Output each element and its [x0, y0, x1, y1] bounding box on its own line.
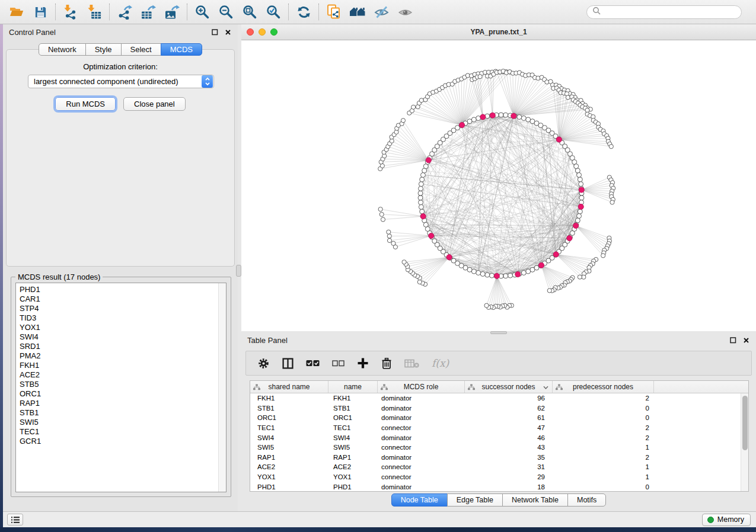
mcds-result-item[interactable]: GCR1	[16, 437, 218, 446]
network-canvas[interactable]	[241, 40, 756, 331]
column-header-predecessor-nodes[interactable]: predecessor nodes	[553, 381, 654, 393]
refresh-layout-icon[interactable]	[292, 2, 315, 22]
delete-columns-icon[interactable]	[381, 357, 392, 370]
mcds-result-item[interactable]: CAR1	[16, 294, 218, 304]
mcds-result-item[interactable]: PHD1	[16, 285, 218, 294]
toolbar-separator	[288, 4, 289, 20]
close-panel-button[interactable]: Close panel	[123, 97, 186, 111]
table-row[interactable]: STB1STB1dominator620	[250, 403, 741, 414]
mcds-result-item[interactable]: SWI4	[16, 332, 218, 342]
zoom-selected-icon[interactable]	[261, 2, 285, 22]
save-session-icon[interactable]	[28, 2, 52, 22]
table-row[interactable]: YOX1YOX1connector291	[250, 472, 741, 482]
export-network-icon[interactable]	[113, 2, 136, 22]
close-panel-icon[interactable]	[224, 28, 232, 36]
mcds-result-list[interactable]: PHD1CAR1STP4TID3YOX1SWI4SRD1PMA2FKH1ACE2…	[15, 283, 227, 492]
hide-selected-eye-icon[interactable]	[369, 2, 393, 22]
table-row[interactable]: PHD1PHD1dominator180	[250, 482, 741, 492]
mcds-result-item[interactable]: STB5	[16, 380, 218, 389]
mcds-result-item[interactable]: ORC1	[16, 389, 218, 399]
table-cell: connector	[378, 424, 465, 431]
import-network-icon[interactable]	[59, 2, 82, 22]
mcds-list-scrollbar[interactable]	[218, 283, 226, 492]
column-header-name[interactable]: name	[328, 381, 378, 393]
table-row[interactable]: FKH1FKH1dominator962	[250, 393, 741, 403]
tab-network-table[interactable]: Network Table	[502, 493, 568, 507]
tab-network[interactable]: Network	[39, 43, 86, 56]
table-options-gear-icon[interactable]	[257, 357, 270, 370]
memory-button[interactable]: Memory	[702, 514, 751, 526]
table-row[interactable]: SWI4SWI4dominator462	[250, 432, 741, 443]
add-column-icon[interactable]	[357, 357, 369, 369]
scrollbar-thumb[interactable]	[742, 396, 748, 450]
mcds-result-item[interactable]: RAP1	[16, 399, 218, 408]
table-row[interactable]: SWI5SWI5connector431	[250, 443, 741, 453]
table-cell: RAP1	[250, 454, 328, 461]
mcds-result-item[interactable]: STB1	[16, 408, 218, 418]
vertical-splitter-handle[interactable]	[236, 265, 241, 277]
table-row[interactable]: RAP1RAP1dominator352	[250, 453, 741, 463]
mcds-result-item[interactable]: YOX1	[16, 323, 218, 332]
table-cell: 2	[553, 434, 654, 441]
table-row[interactable]: TEC1TEC1connector472	[250, 423, 741, 433]
criterion-dropdown[interactable]: largest connected component (undirected)	[28, 75, 214, 88]
mcds-result-item[interactable]: STP4	[16, 304, 218, 313]
task-history-button[interactable]	[7, 514, 23, 525]
node-table-scrollbar[interactable]	[741, 393, 748, 491]
table-cell: connector	[378, 473, 465, 480]
mcds-result-item[interactable]: TEC1	[16, 427, 218, 437]
run-mcds-button[interactable]: Run MCDS	[55, 97, 116, 111]
network-view-window: YPA_prune.txt_1	[241, 24, 756, 331]
tab-select[interactable]: Select	[121, 43, 161, 56]
delete-table-icon-disabled	[404, 358, 419, 368]
table-cell: 61	[465, 414, 553, 421]
optimization-criterion-label: Optimization criterion:	[7, 62, 234, 71]
select-all-rows-icon[interactable]	[306, 359, 320, 367]
column-header-successor-nodes[interactable]: successor nodes	[465, 381, 553, 393]
show-all-eye-icon[interactable]	[393, 2, 417, 22]
memory-status-dot-icon	[707, 517, 714, 523]
node-table-header-row: shared namenameMCDS rolesuccessor nodesp…	[250, 381, 748, 393]
tab-motifs[interactable]: Motifs	[567, 493, 606, 507]
network-graph[interactable]	[241, 40, 756, 331]
search-box[interactable]	[586, 5, 742, 19]
tab-node-table[interactable]: Node Table	[391, 493, 448, 507]
close-panel-icon[interactable]	[742, 336, 750, 344]
export-image-icon[interactable]	[160, 2, 184, 22]
table-cell: dominator	[378, 405, 465, 412]
network-window-titlebar[interactable]: YPA_prune.txt_1	[241, 24, 756, 40]
mcds-result-item[interactable]: SWI5	[16, 418, 218, 427]
tab-edge-table[interactable]: Edge Table	[447, 493, 503, 507]
mcds-result-item[interactable]: PMA2	[16, 351, 218, 361]
tab-style[interactable]: Style	[85, 43, 122, 56]
zoom-out-icon[interactable]	[214, 2, 238, 22]
table-cell: 31	[465, 463, 553, 470]
tab-mcds[interactable]: MCDS	[161, 43, 202, 56]
clone-network-icon[interactable]	[322, 2, 346, 22]
column-header-shared-name[interactable]: shared name	[250, 381, 328, 393]
zoom-fit-icon[interactable]	[238, 2, 261, 22]
search-input[interactable]	[604, 8, 736, 16]
mcds-result-item[interactable]: SRD1	[16, 342, 218, 351]
open-file-icon[interactable]	[5, 2, 28, 22]
node-table: shared namenameMCDS rolesuccessor nodesp…	[250, 380, 749, 492]
float-panel-icon[interactable]	[729, 336, 737, 344]
mcds-result-item[interactable]: ACE2	[16, 370, 218, 380]
column-header-MCDS-role[interactable]: MCDS role	[378, 381, 465, 393]
table-cell: dominator	[378, 434, 465, 441]
deselect-all-rows-icon[interactable]	[332, 360, 344, 367]
table-row[interactable]: ORC1ORC1dominator610	[250, 413, 741, 423]
export-table-icon[interactable]	[136, 2, 160, 22]
mcds-result-item[interactable]: TID3	[16, 313, 218, 323]
search-icon	[592, 7, 601, 17]
float-panel-icon[interactable]	[211, 28, 219, 36]
table-panel-header: Table Panel	[241, 332, 756, 348]
show-columns-icon[interactable]	[282, 358, 294, 369]
import-table-icon[interactable]	[82, 2, 106, 22]
table-cell: TEC1	[328, 424, 378, 431]
first-neighbors-icon[interactable]	[346, 2, 369, 22]
zoom-in-icon[interactable]	[190, 2, 214, 22]
table-row[interactable]: ACE2ACE2connector311	[250, 462, 741, 472]
mcds-result-item[interactable]: FKH1	[16, 361, 218, 370]
control-panel-header: Control Panel	[3, 24, 238, 40]
